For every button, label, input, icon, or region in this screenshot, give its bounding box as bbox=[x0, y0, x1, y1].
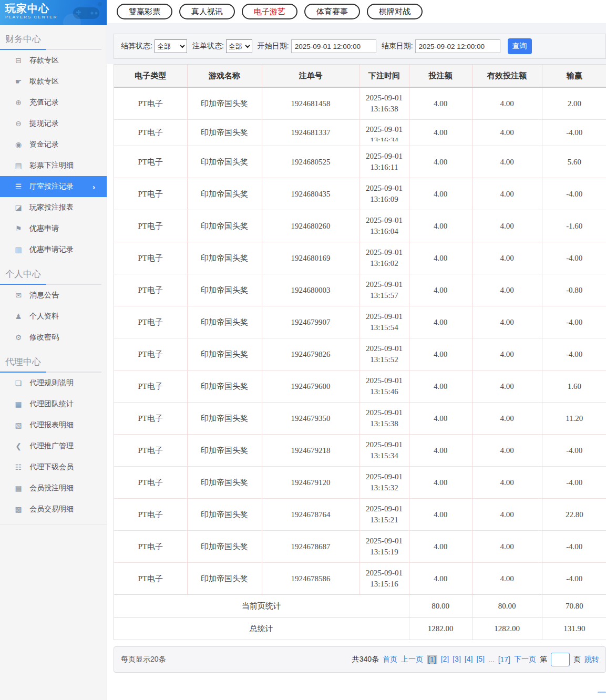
table-row: PT电子印加帝国头奖19246786872025-09-0113:15:194.… bbox=[114, 531, 606, 563]
cell-game-name: 印加帝国头奖 bbox=[187, 274, 262, 306]
cell-game-type: PT电子 bbox=[114, 242, 187, 274]
table-row: PT电子印加帝国头奖19246798262025-09-0113:15:524.… bbox=[114, 338, 606, 370]
game-tab-3[interactable]: 体育赛事 bbox=[304, 4, 360, 19]
cell-game-type: PT电子 bbox=[114, 146, 187, 178]
page-link-1[interactable]: [1] bbox=[427, 655, 437, 664]
gift-flag-icon: ⚑ bbox=[14, 224, 23, 233]
table-row: PT电子印加帝国头奖19246804352025-09-0113:16:094.… bbox=[114, 178, 606, 210]
cell-bet-amount: 4.00 bbox=[409, 178, 472, 210]
sidebar-item-change-password[interactable]: ⚙修改密码 bbox=[0, 327, 107, 348]
jump-suffix-text: 页 bbox=[573, 655, 581, 664]
sidebar-item-message-announcements[interactable]: ✉消息公告 bbox=[0, 285, 107, 306]
summary-valid-bet: 80.00 bbox=[472, 595, 542, 617]
sidebar-item-label: 代理规则说明 bbox=[29, 378, 74, 388]
game-tab-4[interactable]: 棋牌对战 bbox=[367, 4, 423, 19]
cell-valid-bet-amount: 4.00 bbox=[472, 531, 542, 563]
sidebar-item-agent-rules[interactable]: ❏代理规则说明 bbox=[0, 373, 107, 394]
total-count-text: 共340条 bbox=[352, 655, 379, 664]
cell-order-number: 1924678586 bbox=[262, 563, 360, 595]
chart-report-icon: ◪ bbox=[14, 203, 23, 212]
cell-order-number: 1924678687 bbox=[262, 531, 360, 563]
sidebar-item-funds-records[interactable]: ◉资金记录 bbox=[0, 134, 107, 155]
sidebar-nav: 财务中心⊟存款专区☛取款专区⊕充值记录⊖提现记录◉资金记录▤彩票下注明细☰厅室投… bbox=[0, 25, 107, 524]
cell-game-name: 印加帝国头奖 bbox=[187, 87, 262, 120]
sidebar-item-member-bet-details[interactable]: ▤会员投注明细 bbox=[0, 478, 107, 499]
cell-win-loss: 2.00 bbox=[542, 87, 606, 120]
cell-game-name: 印加帝国头奖 bbox=[187, 435, 262, 467]
sidebar-item-agent-sub-members[interactable]: ☷代理下级会员 bbox=[0, 457, 107, 478]
end-date-input[interactable] bbox=[415, 39, 500, 53]
cell-order-number: 1924681337 bbox=[262, 120, 360, 146]
cell-win-loss: -4.00 bbox=[542, 563, 606, 595]
cell-bet-time: 2025-09-0113:16:09 bbox=[360, 178, 409, 210]
document-lines-icon: ▤ bbox=[14, 161, 23, 170]
cell-valid-bet-amount: 4.00 bbox=[472, 306, 542, 338]
cell-order-number: 1924681458 bbox=[262, 87, 360, 120]
table-row: PT电子印加帝国头奖19246800032025-09-0113:15:574.… bbox=[114, 274, 606, 306]
cell-win-loss: -4.00 bbox=[542, 531, 606, 563]
cell-game-type: PT电子 bbox=[114, 499, 187, 531]
cell-order-number: 1924679826 bbox=[262, 338, 360, 370]
page-link-4[interactable]: [4] bbox=[465, 655, 473, 664]
jump-button[interactable]: 跳转 bbox=[584, 655, 599, 664]
cell-bet-amount: 4.00 bbox=[409, 467, 472, 499]
cell-valid-bet-amount: 4.00 bbox=[472, 274, 542, 306]
order-status-label: 注单状态: bbox=[192, 42, 224, 51]
cell-order-number: 1924680003 bbox=[262, 274, 360, 306]
column-header-1: 游戏名称 bbox=[187, 65, 262, 87]
cell-order-number: 1924679600 bbox=[262, 370, 360, 403]
prev-page-link[interactable]: 上一页 bbox=[401, 655, 423, 664]
column-header-6: 输赢 bbox=[542, 65, 606, 87]
search-button[interactable]: 查询 bbox=[508, 38, 532, 54]
game-tab-2[interactable]: 电子游艺 bbox=[242, 4, 297, 19]
sidebar-item-agent-team-stats[interactable]: ▦代理团队统计 bbox=[0, 394, 107, 415]
page-link-5[interactable]: [5] bbox=[476, 655, 485, 664]
horizontal-scrollbar-thumb[interactable] bbox=[598, 692, 606, 693]
report-board-icon: ▧ bbox=[14, 421, 23, 429]
game-tab-0[interactable]: 雙赢彩票 bbox=[117, 4, 172, 19]
cell-game-type: PT电子 bbox=[114, 563, 187, 595]
sidebar-item-withdraw-zone[interactable]: ☛取款专区 bbox=[0, 71, 107, 92]
start-date-input[interactable] bbox=[291, 39, 376, 53]
table-row: PT电子印加帝国头奖19246802602025-09-0113:16:044.… bbox=[114, 210, 606, 242]
cell-game-type: PT电子 bbox=[114, 87, 187, 120]
order-status-select[interactable]: 全部 bbox=[226, 39, 252, 53]
cell-bet-amount: 4.00 bbox=[409, 120, 472, 146]
table-row: PT电子印加帝国头奖19246792182025-09-0113:15:344.… bbox=[114, 435, 606, 467]
sidebar-item-hall-bet-records[interactable]: ☰厅室投注记录› bbox=[0, 176, 107, 197]
cell-valid-bet-amount: 4.00 bbox=[472, 120, 542, 146]
bet-records-table: 电子类型游戏名称注单号下注时间投注额有效投注额输赢 PT电子印加帝国头奖1924… bbox=[114, 65, 606, 640]
page-number-links: [1][2][3][4][5] bbox=[427, 655, 485, 664]
jump-prefix-text: 第 bbox=[540, 655, 547, 664]
cell-win-loss: 1.60 bbox=[542, 370, 606, 403]
sidebar-item-withdrawal-records[interactable]: ⊖提现记录 bbox=[0, 113, 107, 134]
game-tab-1[interactable]: 真人视讯 bbox=[179, 4, 235, 19]
page-link-2[interactable]: [2] bbox=[441, 655, 449, 664]
sidebar-item-personal-profile[interactable]: ♟个人资料 bbox=[0, 306, 107, 327]
sidebar-item-agent-report-details[interactable]: ▧代理报表明细 bbox=[0, 415, 107, 436]
sidebar-item-member-transaction-details[interactable]: ▩会员交易明细 bbox=[0, 499, 107, 520]
next-page-link[interactable]: 下一页 bbox=[514, 655, 536, 664]
sidebar-item-agent-promotion[interactable]: ❮代理推广管理 bbox=[0, 436, 107, 457]
settle-status-select[interactable]: 全部 bbox=[155, 39, 187, 53]
sidebar-item-lottery-bet-details[interactable]: ▤彩票下注明细 bbox=[0, 155, 107, 176]
member-bet-doc-icon: ▤ bbox=[14, 484, 23, 492]
summary-label: 当前页统计 bbox=[114, 595, 409, 617]
cell-order-number: 1924680525 bbox=[262, 146, 360, 178]
sidebar-item-promo-apply[interactable]: ⚑优惠申请 bbox=[0, 218, 107, 239]
cell-bet-amount: 4.00 bbox=[409, 531, 472, 563]
cell-bet-time: 2025-09-0113:15:32 bbox=[360, 467, 409, 499]
cell-win-loss: 22.80 bbox=[542, 499, 606, 531]
jump-page-input[interactable] bbox=[551, 653, 570, 666]
last-page-link[interactable]: [17] bbox=[498, 655, 510, 664]
page-link-3[interactable]: [3] bbox=[453, 655, 461, 664]
table-row: PT电子印加帝国头奖19246785862025-09-0113:15:164.… bbox=[114, 563, 606, 595]
cell-win-loss: -4.00 bbox=[542, 435, 606, 467]
cell-order-number: 1924679218 bbox=[262, 435, 360, 467]
sidebar-item-player-bet-report[interactable]: ◪玩家投注报表 bbox=[0, 197, 107, 218]
summary-valid-bet: 1282.00 bbox=[472, 617, 542, 640]
sidebar-item-recharge-records[interactable]: ⊕充值记录 bbox=[0, 92, 107, 113]
sidebar-item-promo-apply-records[interactable]: ▥优惠申请记录 bbox=[0, 239, 107, 260]
first-page-link[interactable]: 首页 bbox=[383, 655, 397, 664]
sidebar-item-deposit-zone[interactable]: ⊟存款专区 bbox=[0, 50, 107, 71]
